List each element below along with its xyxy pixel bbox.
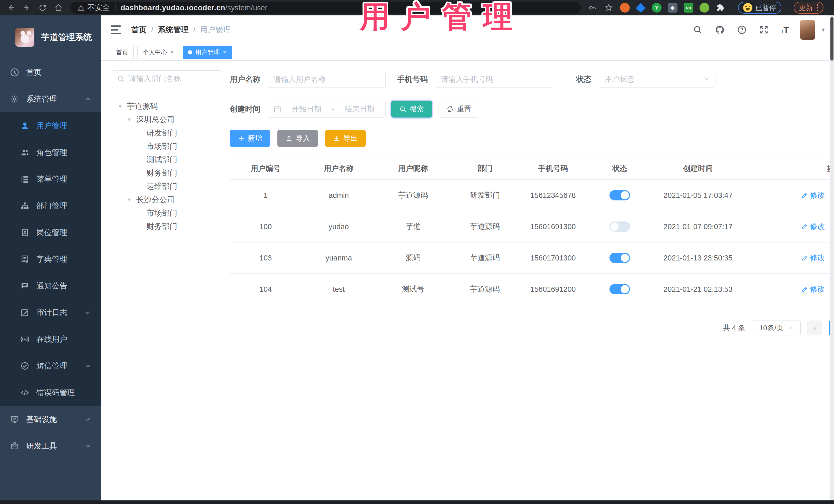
close-icon[interactable]: × <box>223 49 226 56</box>
tree-node[interactable]: 研发部门 <box>112 126 222 139</box>
tag-home[interactable]: 首页 <box>111 46 134 59</box>
add-button-label: 新增 <box>248 133 262 143</box>
extension-pin-icon[interactable] <box>700 3 709 13</box>
bookmark-star-icon[interactable] <box>603 3 614 13</box>
export-button[interactable]: 导出 <box>325 130 366 147</box>
extension-drop-icon[interactable] <box>636 3 646 13</box>
caret-down-icon[interactable]: ▾ <box>126 116 133 123</box>
tree-node[interactable]: 财务部门 <box>112 166 222 180</box>
scrollbar-thumb[interactable] <box>830 17 833 61</box>
status-label: 状态 <box>576 74 592 85</box>
edit-link[interactable]: 修改 <box>802 221 825 232</box>
sidebar-item-label: 错误码管理 <box>37 388 75 398</box>
cell-nickname: 芋道 <box>376 221 451 232</box>
tree-node-label: 市场部门 <box>147 208 177 218</box>
browser-home-icon[interactable] <box>53 3 64 13</box>
dept-search-input[interactable]: 请输入部门名称 <box>112 70 222 87</box>
status-toggle[interactable] <box>610 190 630 200</box>
tree-node[interactable]: ▾深圳总公司 <box>112 113 222 126</box>
tree-node[interactable]: 运维部门 <box>112 180 222 193</box>
sidebar-item-label: 基础设施 <box>26 414 57 425</box>
mobile-input[interactable] <box>441 75 547 84</box>
add-button[interactable]: 新增 <box>230 130 270 147</box>
sidebar-item-online-users[interactable]: 在线用户 <box>0 326 101 353</box>
sidebar-item-error-code[interactable]: 错误码管理 <box>0 379 101 406</box>
username-input[interactable] <box>273 75 380 84</box>
close-icon[interactable]: × <box>170 49 174 56</box>
code-icon <box>20 388 30 397</box>
browser-back-icon[interactable] <box>6 3 16 13</box>
sidebar-item-system[interactable]: 系统管理 <box>0 86 101 112</box>
cell-mobile: 15612345678 <box>520 191 586 200</box>
reset-button[interactable]: 重置 <box>439 101 479 117</box>
browser-update-button[interactable]: 更新 <box>794 2 824 14</box>
help-icon[interactable] <box>737 24 747 35</box>
status-toggle[interactable] <box>610 284 630 294</box>
sidebar-item-dev-tools[interactable]: 研发工具 <box>0 433 101 459</box>
font-size-icon[interactable]: тT <box>781 25 789 35</box>
page-size-select[interactable]: 10条/页 <box>752 321 800 335</box>
tag-profile[interactable]: 个人中心 × <box>137 46 179 59</box>
sidebar-item-home[interactable]: 首页 <box>0 59 101 86</box>
avatar-caret-icon[interactable]: ▾ <box>822 26 825 34</box>
sidebar-item-post-management[interactable]: 岗位管理 <box>0 219 101 246</box>
search-button[interactable]: 搜索 <box>391 101 432 117</box>
url-path: /system/user <box>225 4 267 12</box>
caret-down-icon[interactable]: ▾ <box>126 196 133 203</box>
browser-forward-icon[interactable] <box>22 3 32 13</box>
tree-node[interactable]: ▾芋道源码 <box>112 100 222 113</box>
fullscreen-icon[interactable] <box>759 24 769 35</box>
pagination: 共 4 条 10条/页 ‹ 1 › 前往 页 <box>230 321 834 335</box>
user-avatar[interactable] <box>800 20 815 40</box>
sidebar-item-dept-management[interactable]: 部门管理 <box>0 193 101 219</box>
edit-link[interactable]: 修改 <box>802 190 825 200</box>
sidebar-logo[interactable]: 芋道管理系统 <box>0 15 101 59</box>
status-select[interactable]: 用户状态 <box>599 71 716 88</box>
page-scrollbar[interactable] <box>830 15 834 501</box>
sidebar-item-menu-management[interactable]: 菜单管理 <box>0 166 101 193</box>
mobile-field[interactable] <box>435 71 553 88</box>
browser-reload-icon[interactable] <box>38 3 48 13</box>
tree-node[interactable]: 市场部门 <box>112 139 222 153</box>
status-toggle[interactable] <box>610 221 630 232</box>
tree-node[interactable]: 财务部门 <box>112 220 222 233</box>
search-icon[interactable] <box>692 24 703 35</box>
extensions-puzzle-icon[interactable] <box>716 3 726 13</box>
chevron-down-icon <box>84 443 91 450</box>
chevron-down-icon <box>703 75 709 84</box>
sidebar-item-notice[interactable]: 通知公告 <box>0 272 101 299</box>
extension-grid-icon[interactable]: ◆ <box>668 3 678 13</box>
status-toggle[interactable] <box>610 253 630 263</box>
extension-on-badge[interactable]: on <box>684 3 694 13</box>
browser-menu-icon[interactable] <box>817 4 818 11</box>
sidebar-item-role-management[interactable]: 角色管理 <box>0 139 101 166</box>
key-icon[interactable] <box>587 3 597 13</box>
tag-user-management[interactable]: 用户管理 × <box>183 46 232 59</box>
edit-link[interactable]: 修改 <box>802 284 825 294</box>
username-field[interactable] <box>268 71 386 88</box>
edit-log-icon <box>20 308 30 317</box>
navbar-actions: тT ▾ <box>692 20 825 40</box>
date-range-picker[interactable]: 开始日期 - 结束日期 <box>268 101 386 117</box>
table-row: 1 admin 芋道源码 研发部门 15612345678 2021-01-05… <box>230 180 834 211</box>
sidebar-item-audit-log[interactable]: 审计日志 <box>0 299 101 326</box>
import-button[interactable]: 导入 <box>278 130 318 147</box>
github-icon[interactable] <box>715 24 725 35</box>
caret-down-icon[interactable]: ▾ <box>117 103 124 110</box>
extension-y-icon[interactable]: Y <box>652 3 662 13</box>
breadcrumb-home[interactable]: 首页 <box>131 25 147 35</box>
tree-node[interactable]: 市场部门 <box>112 206 222 220</box>
edit-link[interactable]: 修改 <box>802 253 825 263</box>
sidebar-item-user-management[interactable]: 用户管理 <box>0 112 101 139</box>
sidebar-item-dict-management[interactable]: 字典管理 <box>0 246 101 272</box>
prev-page-button[interactable]: ‹ <box>807 321 822 335</box>
main-area: 首页 / 系统管理 / 用户管理 тT ▾ 首页 <box>101 15 834 501</box>
sidebar-item-infrastructure[interactable]: 基础设施 <box>0 406 101 433</box>
profile-chip[interactable]: 已暂停 <box>738 2 782 14</box>
breadcrumb-system[interactable]: 系统管理 <box>158 25 189 35</box>
sidebar-collapse-icon[interactable] <box>111 25 121 34</box>
extension-ublock-icon[interactable] <box>620 3 630 13</box>
tree-node[interactable]: ▾长沙分公司 <box>112 193 222 206</box>
tree-node[interactable]: 测试部门 <box>112 153 222 166</box>
sidebar-item-sms-management[interactable]: 短信管理 <box>0 353 101 379</box>
